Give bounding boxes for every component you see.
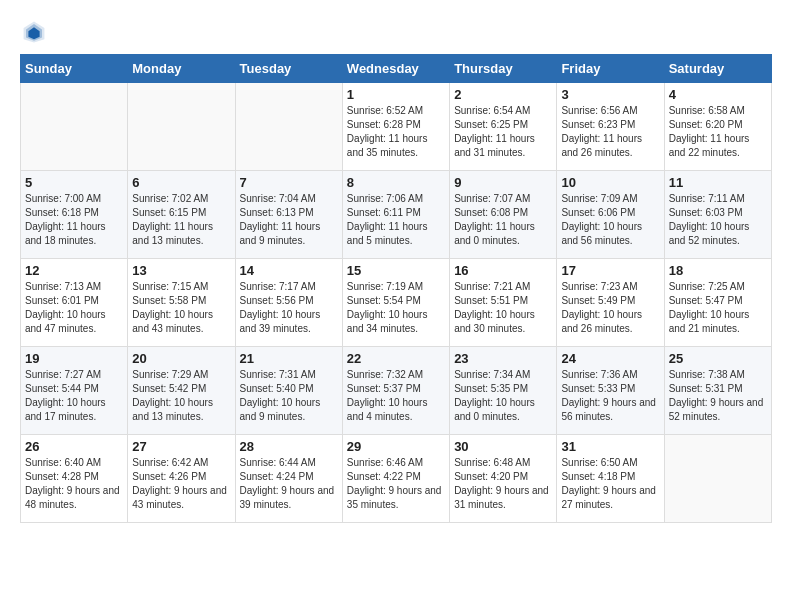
day-number: 3 (561, 87, 659, 102)
calendar-cell: 13Sunrise: 7:15 AM Sunset: 5:58 PM Dayli… (128, 259, 235, 347)
cell-content: Sunrise: 7:04 AM Sunset: 6:13 PM Dayligh… (240, 192, 338, 248)
day-number: 23 (454, 351, 552, 366)
day-number: 20 (132, 351, 230, 366)
day-number: 11 (669, 175, 767, 190)
calendar-cell (21, 83, 128, 171)
day-number: 2 (454, 87, 552, 102)
calendar-cell: 12Sunrise: 7:13 AM Sunset: 6:01 PM Dayli… (21, 259, 128, 347)
day-number: 22 (347, 351, 445, 366)
calendar-table: SundayMondayTuesdayWednesdayThursdayFrid… (20, 54, 772, 523)
cell-content: Sunrise: 7:27 AM Sunset: 5:44 PM Dayligh… (25, 368, 123, 424)
week-row-2: 5Sunrise: 7:00 AM Sunset: 6:18 PM Daylig… (21, 171, 772, 259)
calendar-cell (235, 83, 342, 171)
calendar-cell (664, 435, 771, 523)
weekday-header-row: SundayMondayTuesdayWednesdayThursdayFrid… (21, 55, 772, 83)
cell-content: Sunrise: 7:06 AM Sunset: 6:11 PM Dayligh… (347, 192, 445, 248)
calendar-cell: 29Sunrise: 6:46 AM Sunset: 4:22 PM Dayli… (342, 435, 449, 523)
weekday-header-wednesday: Wednesday (342, 55, 449, 83)
day-number: 4 (669, 87, 767, 102)
cell-content: Sunrise: 7:09 AM Sunset: 6:06 PM Dayligh… (561, 192, 659, 248)
cell-content: Sunrise: 7:23 AM Sunset: 5:49 PM Dayligh… (561, 280, 659, 336)
day-number: 21 (240, 351, 338, 366)
day-number: 25 (669, 351, 767, 366)
week-row-1: 1Sunrise: 6:52 AM Sunset: 6:28 PM Daylig… (21, 83, 772, 171)
calendar-cell: 5Sunrise: 7:00 AM Sunset: 6:18 PM Daylig… (21, 171, 128, 259)
calendar-cell: 3Sunrise: 6:56 AM Sunset: 6:23 PM Daylig… (557, 83, 664, 171)
cell-content: Sunrise: 7:17 AM Sunset: 5:56 PM Dayligh… (240, 280, 338, 336)
calendar-cell: 27Sunrise: 6:42 AM Sunset: 4:26 PM Dayli… (128, 435, 235, 523)
cell-content: Sunrise: 7:36 AM Sunset: 5:33 PM Dayligh… (561, 368, 659, 424)
cell-content: Sunrise: 7:21 AM Sunset: 5:51 PM Dayligh… (454, 280, 552, 336)
calendar-cell: 30Sunrise: 6:48 AM Sunset: 4:20 PM Dayli… (450, 435, 557, 523)
day-number: 31 (561, 439, 659, 454)
cell-content: Sunrise: 7:34 AM Sunset: 5:35 PM Dayligh… (454, 368, 552, 424)
cell-content: Sunrise: 7:15 AM Sunset: 5:58 PM Dayligh… (132, 280, 230, 336)
calendar-cell: 31Sunrise: 6:50 AM Sunset: 4:18 PM Dayli… (557, 435, 664, 523)
calendar-cell: 23Sunrise: 7:34 AM Sunset: 5:35 PM Dayli… (450, 347, 557, 435)
day-number: 16 (454, 263, 552, 278)
day-number: 8 (347, 175, 445, 190)
calendar-cell: 24Sunrise: 7:36 AM Sunset: 5:33 PM Dayli… (557, 347, 664, 435)
day-number: 6 (132, 175, 230, 190)
day-number: 19 (25, 351, 123, 366)
day-number: 9 (454, 175, 552, 190)
cell-content: Sunrise: 7:38 AM Sunset: 5:31 PM Dayligh… (669, 368, 767, 424)
day-number: 30 (454, 439, 552, 454)
cell-content: Sunrise: 7:07 AM Sunset: 6:08 PM Dayligh… (454, 192, 552, 248)
week-row-5: 26Sunrise: 6:40 AM Sunset: 4:28 PM Dayli… (21, 435, 772, 523)
day-number: 18 (669, 263, 767, 278)
calendar-cell: 28Sunrise: 6:44 AM Sunset: 4:24 PM Dayli… (235, 435, 342, 523)
weekday-header-saturday: Saturday (664, 55, 771, 83)
page-header (20, 20, 772, 44)
calendar-cell: 4Sunrise: 6:58 AM Sunset: 6:20 PM Daylig… (664, 83, 771, 171)
cell-content: Sunrise: 6:54 AM Sunset: 6:25 PM Dayligh… (454, 104, 552, 160)
day-number: 1 (347, 87, 445, 102)
calendar-cell: 7Sunrise: 7:04 AM Sunset: 6:13 PM Daylig… (235, 171, 342, 259)
calendar-cell: 1Sunrise: 6:52 AM Sunset: 6:28 PM Daylig… (342, 83, 449, 171)
cell-content: Sunrise: 6:48 AM Sunset: 4:20 PM Dayligh… (454, 456, 552, 512)
calendar-cell: 22Sunrise: 7:32 AM Sunset: 5:37 PM Dayli… (342, 347, 449, 435)
day-number: 27 (132, 439, 230, 454)
day-number: 24 (561, 351, 659, 366)
cell-content: Sunrise: 6:42 AM Sunset: 4:26 PM Dayligh… (132, 456, 230, 512)
calendar-cell: 14Sunrise: 7:17 AM Sunset: 5:56 PM Dayli… (235, 259, 342, 347)
week-row-3: 12Sunrise: 7:13 AM Sunset: 6:01 PM Dayli… (21, 259, 772, 347)
calendar-cell: 6Sunrise: 7:02 AM Sunset: 6:15 PM Daylig… (128, 171, 235, 259)
cell-content: Sunrise: 6:40 AM Sunset: 4:28 PM Dayligh… (25, 456, 123, 512)
logo (20, 20, 46, 44)
day-number: 7 (240, 175, 338, 190)
logo-icon (22, 20, 46, 44)
day-number: 28 (240, 439, 338, 454)
calendar-cell: 18Sunrise: 7:25 AM Sunset: 5:47 PM Dayli… (664, 259, 771, 347)
day-number: 10 (561, 175, 659, 190)
day-number: 5 (25, 175, 123, 190)
calendar-cell: 9Sunrise: 7:07 AM Sunset: 6:08 PM Daylig… (450, 171, 557, 259)
day-number: 13 (132, 263, 230, 278)
cell-content: Sunrise: 6:46 AM Sunset: 4:22 PM Dayligh… (347, 456, 445, 512)
cell-content: Sunrise: 7:29 AM Sunset: 5:42 PM Dayligh… (132, 368, 230, 424)
calendar-cell: 25Sunrise: 7:38 AM Sunset: 5:31 PM Dayli… (664, 347, 771, 435)
cell-content: Sunrise: 7:00 AM Sunset: 6:18 PM Dayligh… (25, 192, 123, 248)
calendar-cell: 15Sunrise: 7:19 AM Sunset: 5:54 PM Dayli… (342, 259, 449, 347)
weekday-header-thursday: Thursday (450, 55, 557, 83)
calendar-cell: 8Sunrise: 7:06 AM Sunset: 6:11 PM Daylig… (342, 171, 449, 259)
weekday-header-sunday: Sunday (21, 55, 128, 83)
cell-content: Sunrise: 7:02 AM Sunset: 6:15 PM Dayligh… (132, 192, 230, 248)
calendar-cell: 21Sunrise: 7:31 AM Sunset: 5:40 PM Dayli… (235, 347, 342, 435)
cell-content: Sunrise: 6:44 AM Sunset: 4:24 PM Dayligh… (240, 456, 338, 512)
calendar-cell: 26Sunrise: 6:40 AM Sunset: 4:28 PM Dayli… (21, 435, 128, 523)
day-number: 15 (347, 263, 445, 278)
day-number: 26 (25, 439, 123, 454)
calendar-cell: 11Sunrise: 7:11 AM Sunset: 6:03 PM Dayli… (664, 171, 771, 259)
cell-content: Sunrise: 7:11 AM Sunset: 6:03 PM Dayligh… (669, 192, 767, 248)
cell-content: Sunrise: 6:50 AM Sunset: 4:18 PM Dayligh… (561, 456, 659, 512)
calendar-cell: 16Sunrise: 7:21 AM Sunset: 5:51 PM Dayli… (450, 259, 557, 347)
day-number: 29 (347, 439, 445, 454)
calendar-cell: 10Sunrise: 7:09 AM Sunset: 6:06 PM Dayli… (557, 171, 664, 259)
day-number: 17 (561, 263, 659, 278)
cell-content: Sunrise: 7:32 AM Sunset: 5:37 PM Dayligh… (347, 368, 445, 424)
week-row-4: 19Sunrise: 7:27 AM Sunset: 5:44 PM Dayli… (21, 347, 772, 435)
cell-content: Sunrise: 7:19 AM Sunset: 5:54 PM Dayligh… (347, 280, 445, 336)
weekday-header-monday: Monday (128, 55, 235, 83)
cell-content: Sunrise: 7:13 AM Sunset: 6:01 PM Dayligh… (25, 280, 123, 336)
